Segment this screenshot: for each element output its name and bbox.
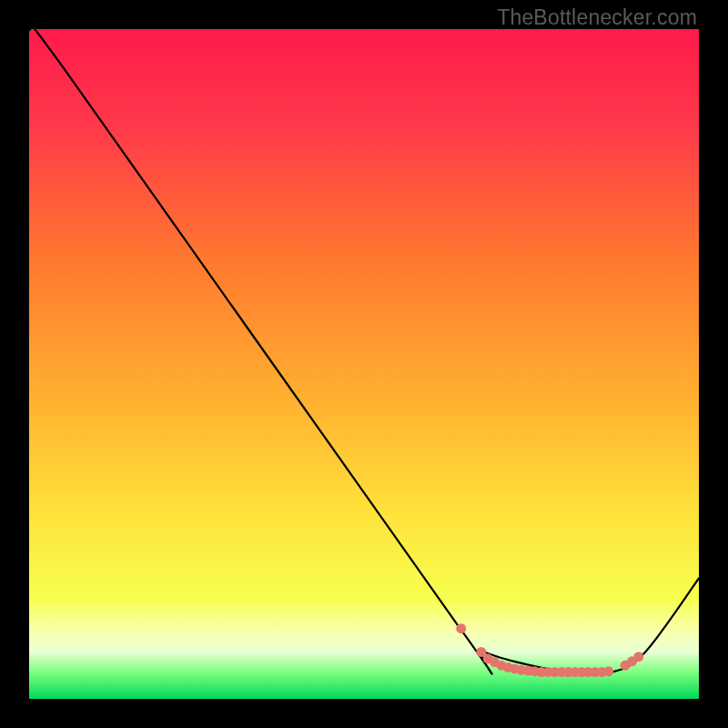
marker-dot (456, 623, 466, 633)
watermark-text: TheBottlenecker.com (497, 5, 697, 30)
marker-dot (633, 652, 643, 662)
gradient-bg (29, 29, 699, 699)
chart-plot (29, 29, 699, 699)
chart-frame (29, 29, 699, 699)
marker-dot (603, 666, 613, 676)
